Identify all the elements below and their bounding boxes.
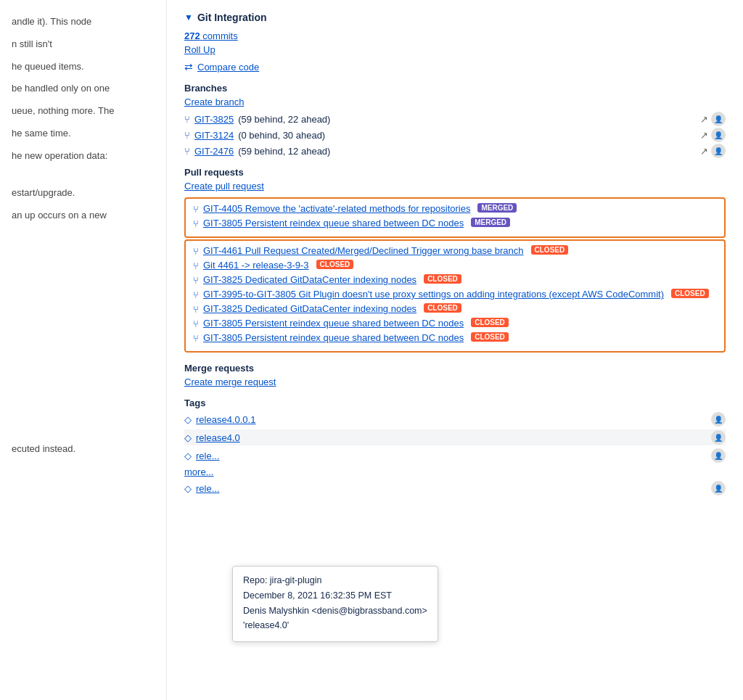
- branch-actions-2: ↗ 👤: [700, 128, 726, 142]
- pr-link-git3805a[interactable]: GIT-3805 Persistent reindex queue shared…: [203, 318, 464, 329]
- create-merge-request-link[interactable]: Create merge request: [184, 376, 276, 387]
- tag-info-1: ◇ release4.0.0.1: [184, 414, 255, 425]
- create-pull-request-link[interactable]: Create pull request: [184, 181, 264, 192]
- tag-link-rele1[interactable]: rele...: [196, 450, 220, 461]
- pr-row-closed-2: ⑂ Git 4461 -> release-3-9-3 CLOSED: [193, 260, 717, 271]
- avatar-1: 👤: [711, 112, 726, 126]
- merge-requests-title: Merge requests: [184, 363, 726, 374]
- compare-code-link[interactable]: Compare code: [197, 62, 259, 73]
- tag-link-release40[interactable]: release4.0: [196, 432, 240, 443]
- create-branch-link[interactable]: Create branch: [184, 96, 244, 107]
- pr-icon-c5: ⑂: [193, 304, 199, 315]
- branch-row-3: ⑂ GIT-2476 (59 behind, 12 ahead) ↗ 👤: [184, 144, 726, 158]
- pr-badge-closed-1: CLOSED: [531, 245, 569, 255]
- tag-icon-4: ◇: [184, 483, 192, 494]
- branch-detail-3: (59 behind, 12 ahead): [238, 146, 330, 157]
- pr-row-closed-4: ⑂ GIT-3995-to-GIT-3805 Git Plugin doesn'…: [193, 289, 717, 300]
- tag-link-rele2[interactable]: rele...: [196, 483, 220, 494]
- chevron-icon: ▼: [184, 12, 193, 22]
- merge-requests-section: Merge requests Create merge request: [184, 363, 726, 387]
- pr-icon-c6: ⑂: [193, 318, 199, 329]
- compare-row: ⇄ Compare code: [184, 61, 726, 73]
- branch-detail-1: (59 behind, 22 ahead): [238, 114, 330, 125]
- pr-badge-closed-2: CLOSED: [316, 260, 354, 269]
- pr-badge-closed-6: CLOSED: [471, 318, 509, 327]
- branches-title: Branches: [184, 83, 726, 94]
- pr-link-4405[interactable]: GIT-4405 Remove the 'activate'-related m…: [203, 203, 470, 214]
- left-text-5: ueue, nothing more. The: [12, 104, 155, 119]
- tags-title: Tags: [184, 398, 726, 408]
- pr-icon-m2: ⑂: [193, 218, 199, 229]
- pr-badge-merged-2: MERGED: [471, 218, 510, 227]
- branch-detail-2: (0 behind, 30 ahead): [238, 130, 325, 141]
- avatar-2: 👤: [711, 128, 726, 142]
- branch-actions-1: ↗ 👤: [700, 112, 726, 126]
- branch-icon-3: ⑂: [184, 146, 190, 157]
- left-text-10: ecuted instead.: [12, 442, 155, 457]
- pr-icon-c1: ⑂: [193, 246, 199, 257]
- pr-badge-closed-4: CLOSED: [671, 289, 709, 298]
- pr-icon-m1: ⑂: [193, 204, 199, 215]
- tooltip-tag: 'release4.0': [243, 619, 427, 633]
- tag-row-1: ◇ release4.0.0.1 👤: [184, 411, 726, 427]
- pr-badge-closed-3: CLOSED: [424, 274, 461, 284]
- left-text-1: andle it). This node: [12, 15, 155, 30]
- left-text-4: be handled only on one: [12, 81, 155, 96]
- pr-link-4461[interactable]: GIT-4461 Pull Request Created/Merged/Dec…: [203, 245, 524, 256]
- external-link-icon-2[interactable]: ↗: [700, 130, 708, 141]
- pr-row-merged-2: ⑂ GIT-3805 Persistent reindex queue shar…: [193, 218, 717, 229]
- tag-link-release4001[interactable]: release4.0.0.1: [196, 414, 255, 425]
- tag-row-3: ◇ rele... 👤: [184, 448, 726, 464]
- tooltip-date: December 8, 2021 16:32:35 PM EST: [243, 589, 427, 603]
- pr-icon-c4: ⑂: [193, 289, 199, 300]
- pr-badge-merged-1: MERGED: [477, 203, 517, 213]
- tag-row-more: more...: [184, 466, 726, 478]
- branch-info-3: ⑂ GIT-2476 (59 behind, 12 ahead): [184, 146, 330, 157]
- left-text-3: he queued items.: [12, 59, 155, 75]
- closed-prs-box: ⑂ GIT-4461 Pull Request Created/Merged/D…: [184, 239, 726, 353]
- external-link-icon-1[interactable]: ↗: [700, 114, 708, 125]
- tag-avatar-3: 👤: [711, 448, 726, 463]
- pr-icon-c3: ⑂: [193, 275, 199, 286]
- tag-row-4: ◇ rele... 👤: [184, 480, 726, 496]
- pr-link-git4461[interactable]: Git 4461 -> release-3-9-3: [203, 260, 309, 271]
- rollup-link[interactable]: Roll Up: [184, 44, 215, 55]
- tag-avatar-2: 👤: [711, 430, 726, 445]
- branch-link-git3825[interactable]: GIT-3825: [194, 114, 234, 125]
- tag-info-more: more...: [184, 466, 213, 477]
- left-text-6: he same time.: [12, 126, 155, 141]
- commits-count-link[interactable]: 272 commits: [184, 30, 238, 41]
- pr-link-git3825a[interactable]: GIT-3825 Dedicated GitDataCenter indexin…: [203, 274, 416, 285]
- commits-count: 272: [184, 30, 200, 41]
- commits-label: commits: [202, 30, 237, 41]
- avatar-3: 👤: [711, 144, 726, 158]
- external-link-icon-3[interactable]: ↗: [700, 146, 708, 157]
- left-panel: andle it). This node n still isn't he qu…: [0, 0, 167, 700]
- branch-row-2: ⑂ GIT-3124 (0 behind, 30 ahead) ↗ 👤: [184, 128, 726, 142]
- tag-avatar-1: 👤: [711, 412, 726, 427]
- tooltip-repo: Repo: jira-git-plugin: [243, 574, 427, 588]
- pr-badge-closed-7: CLOSED: [471, 332, 509, 342]
- pr-link-git3805b[interactable]: GIT-3805 Persistent reindex queue shared…: [203, 332, 464, 343]
- pr-row-closed-3: ⑂ GIT-3825 Dedicated GitDataCenter index…: [193, 274, 717, 286]
- branch-link-git3124[interactable]: GIT-3124: [194, 130, 234, 141]
- left-text-7: he new operation data:: [12, 149, 155, 164]
- git-integration-header: ▼ Git Integration: [184, 12, 726, 23]
- pr-link-3995[interactable]: GIT-3995-to-GIT-3805 Git Plugin doesn't …: [203, 289, 664, 300]
- tag-icon-1: ◇: [184, 414, 192, 425]
- tooltip-author: Denis Malyshkin <denis@bigbrassband.com>: [243, 604, 427, 618]
- pr-link-3805[interactable]: GIT-3805 Persistent reindex queue shared…: [203, 218, 464, 228]
- tag-info-3: ◇ rele...: [184, 450, 220, 461]
- pr-row-closed-1: ⑂ GIT-4461 Pull Request Created/Merged/D…: [193, 245, 717, 257]
- pr-link-git3825b[interactable]: GIT-3825 Dedicated GitDataCenter indexin…: [203, 303, 416, 314]
- branches-section: Branches Create branch ⑂ GIT-3825 (59 be…: [184, 83, 726, 158]
- pr-row-closed-7: ⑂ GIT-3805 Persistent reindex queue shar…: [193, 332, 717, 344]
- commits-row: 272 commits: [184, 30, 726, 41]
- tag-more-link[interactable]: more...: [184, 466, 213, 477]
- tag-info-2: ◇ release4.0: [184, 432, 240, 443]
- branch-actions-3: ↗ 👤: [700, 144, 726, 158]
- pr-row-closed-5: ⑂ GIT-3825 Dedicated GitDataCenter index…: [193, 303, 717, 315]
- branch-link-git2476[interactable]: GIT-2476: [194, 146, 234, 157]
- tooltip-box: Repo: jira-git-plugin December 8, 2021 1…: [232, 566, 438, 642]
- pr-row-closed-6: ⑂ GIT-3805 Persistent reindex queue shar…: [193, 318, 717, 329]
